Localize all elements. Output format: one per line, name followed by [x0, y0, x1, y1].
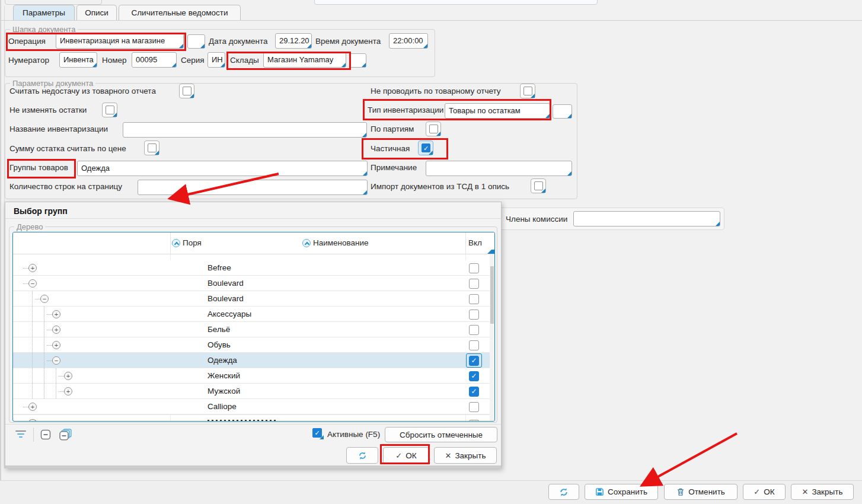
expand-node-icon[interactable]: + [52, 326, 60, 334]
check-icon: ✓ [754, 487, 760, 496]
import-tsd-checkbox[interactable] [531, 178, 546, 193]
collapse-all-icon[interactable] [59, 429, 72, 441]
expand-node-icon[interactable]: + [28, 403, 37, 411]
operation-extra-field[interactable] [187, 34, 205, 49]
tree-row[interactable]: +Аксессуары [13, 307, 494, 322]
row-included-checkbox[interactable] [469, 279, 479, 289]
stores-extra-field[interactable] [350, 53, 366, 68]
note-field[interactable] [426, 161, 572, 176]
row-name: Обувь [207, 340, 231, 349]
cancel-button[interactable]: Отменить [664, 484, 738, 500]
tab-parameters[interactable]: Параметры [13, 5, 75, 21]
tree-guide-line [59, 391, 64, 392]
collapse-node-icon[interactable]: − [28, 279, 37, 288]
annotation-arrow-to-save [644, 433, 737, 484]
tree-row[interactable]: −Boulevard [13, 291, 494, 307]
column-header-name[interactable]: Наименование [302, 238, 369, 247]
by-batches-label: По партиям [371, 125, 414, 133]
series-field[interactable]: ИН [207, 52, 225, 68]
tree-row[interactable]: +Befree [13, 260, 494, 276]
refresh-icon [559, 487, 569, 497]
row-included-checkbox[interactable]: ✓ [469, 387, 479, 397]
tree-row[interactable]: −Boulevard [13, 276, 494, 291]
commission-label: Члены комиссии [506, 215, 567, 224]
tree-row[interactable]: +Обувь [13, 337, 494, 353]
main-footer: Сохранить Отменить ✓ ОК ✕ Закрыть [0, 480, 862, 504]
expand-node-icon[interactable]: + [64, 372, 72, 380]
no-change-checkbox[interactable] [102, 103, 117, 117]
sum-by-price-label: Сумму остатка считать по цене [9, 144, 126, 153]
by-batches-checkbox[interactable] [426, 122, 441, 136]
reset-marked-button[interactable]: Сбросить отмеченные [385, 427, 497, 442]
no-post-label: Не проводить по товарному отчету [371, 87, 501, 95]
column-separator [465, 232, 466, 254]
collapse-node-icon[interactable] [40, 429, 52, 441]
row-name: Boulevard [207, 279, 244, 288]
row-included-checkbox[interactable] [469, 294, 479, 304]
sort-ascending-icon[interactable] [302, 239, 311, 247]
column-header-order[interactable]: Поря [172, 238, 202, 247]
tree-row[interactable]: +Мужской✓ [13, 384, 494, 399]
tree-guide-line [59, 376, 64, 377]
column-header-included[interactable]: Вкл [468, 238, 482, 247]
tab-comparison-sheets[interactable]: Сличительные ведомости [119, 5, 241, 21]
tree-scrollbar-thumb[interactable] [490, 266, 494, 324]
row-included-checkbox[interactable] [469, 402, 479, 412]
goods-groups-field[interactable]: Одежда [77, 161, 368, 176]
tree-row-partial[interactable] [13, 414, 494, 421]
dialog-title-bar: Выбор групп [5, 202, 501, 219]
tree-guide-line [56, 384, 56, 398]
collapse-node-icon[interactable]: − [40, 295, 49, 303]
row-included-checkbox[interactable]: ✓ [469, 356, 479, 366]
tree-guide-line [32, 337, 33, 352]
tree-row[interactable]: −Одежда✓ [13, 353, 494, 368]
collapse-node-icon[interactable]: − [52, 356, 60, 365]
tree-guide-line [32, 307, 33, 321]
no-post-checkbox[interactable] [520, 84, 535, 98]
footer-ok-button[interactable]: ✓ ОК [743, 484, 786, 500]
sort-ascending-icon[interactable] [172, 239, 180, 247]
row-included-checkbox[interactable] [469, 263, 479, 273]
tab-descriptions[interactable]: Описи [76, 5, 117, 21]
tree-row[interactable]: +Бельё [13, 322, 494, 337]
annotation-box-inventory-type [363, 99, 551, 120]
annotation-box-dialog-ok [380, 444, 430, 464]
tree-row[interactable]: +Calliope [13, 399, 494, 414]
commission-panel: Члены комиссии [498, 208, 724, 230]
tree-guide-line [35, 299, 40, 299]
row-included-checkbox[interactable] [469, 325, 479, 335]
doc-time-field[interactable]: 22:00:00 [389, 33, 428, 49]
expand-node-icon[interactable]: + [52, 341, 60, 349]
tree-legend: Дерево [14, 222, 45, 231]
clipped-row-text [207, 420, 277, 421]
footer-refresh-button[interactable] [548, 484, 579, 500]
dialog-toolbar: ✓ Активные (F5) Сбросить отмеченные [5, 424, 501, 444]
commission-field[interactable] [573, 211, 720, 227]
inventory-name-field[interactable] [123, 122, 367, 138]
tree-table-header: Поря Наименование Вкл [13, 232, 494, 254]
tree-scrollbar-track[interactable] [490, 254, 494, 421]
number-field[interactable]: 00095 [132, 52, 177, 68]
tree-row[interactable]: +Женский✓ [13, 368, 494, 384]
row-included-checkbox[interactable] [469, 340, 479, 350]
footer-close-button[interactable]: ✕ Закрыть [791, 484, 854, 500]
sum-by-price-checkbox[interactable] [144, 141, 159, 155]
numerator-field[interactable]: Инвента [59, 52, 97, 68]
filter-icon[interactable] [15, 430, 26, 438]
tree-guide-line [32, 322, 33, 337]
save-button[interactable]: Сохранить [585, 484, 658, 500]
inventory-type-extra-field[interactable] [553, 104, 572, 119]
expand-node-icon[interactable]: + [28, 264, 37, 272]
refresh-icon [358, 451, 367, 460]
shortage-checkbox[interactable] [179, 84, 194, 98]
row-included-checkbox[interactable] [469, 310, 479, 320]
dialog-refresh-button[interactable] [346, 447, 378, 464]
active-filter-checkbox[interactable]: ✓ [312, 428, 324, 439]
doc-date-field[interactable]: 29.12.20 [275, 33, 312, 49]
expand-node-icon[interactable]: + [64, 387, 72, 395]
top-clipped-panel-right [314, 0, 598, 5]
expand-node-icon[interactable]: + [52, 310, 60, 318]
row-included-checkbox[interactable]: ✓ [469, 371, 479, 381]
rows-per-page-field[interactable] [138, 180, 368, 195]
dialog-close-button[interactable]: ✕ Закрыть [434, 447, 497, 464]
